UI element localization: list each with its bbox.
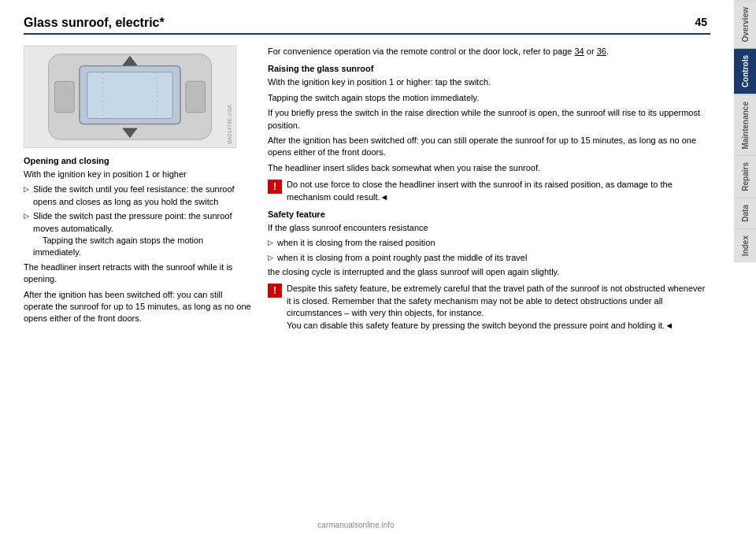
opening-closing-heading: Opening and closing [24, 156, 252, 165]
raising-heading: Raising the glass sunroof [268, 64, 710, 73]
convenience-para: For convenience operation via the remote… [268, 46, 710, 57]
warning-text-2: Despite this safety feature, be extremel… [287, 283, 710, 332]
warning-text-1: Do not use force to close the headliner … [287, 179, 710, 203]
safety-para2: the closing cycle is interrupted and the… [268, 266, 710, 278]
page-header: Glass sunroof, electric* 45 [24, 16, 710, 35]
tab-controls[interactable]: Controls [734, 48, 756, 94]
svg-rect-3 [87, 72, 172, 118]
footer-text: carmanualsonline.info [317, 521, 394, 529]
page-number: 45 [695, 16, 710, 28]
raising-para3: If you briefly press the switch in the r… [268, 107, 710, 132]
image-watermark: BA01474E.USA [227, 105, 232, 144]
bullet-2-sub: Tapping the switch again stops the motio… [33, 235, 203, 257]
right-column: For convenience operation via the remote… [268, 46, 710, 336]
sunroof-image: BA01474E.USA [24, 46, 236, 148]
raising-para5: The headliner insert slides back somewha… [268, 162, 710, 174]
safety-bullet1: when it is closing from the raised posit… [268, 237, 710, 249]
page-title: Glass sunroof, electric* [24, 16, 165, 30]
tab-repairs[interactable]: Repairs [734, 155, 756, 198]
left-para2: After the ignition has been switched off… [24, 289, 252, 325]
left-para1: The headliner insert retracts with the s… [24, 261, 252, 286]
warning-box-2: ! Despite this safety feature, be extrem… [268, 283, 710, 332]
raising-para4: After the ignition has been switched off… [268, 135, 710, 159]
tab-index[interactable]: Index [734, 228, 756, 262]
tab-data[interactable]: Data [734, 198, 756, 228]
warning-icon-1: ! [268, 180, 282, 194]
safety-bullet2: when it is closing from a point roughly … [268, 252, 710, 264]
bullet-2: Slide the switch past the pressure point… [24, 210, 252, 259]
footer: carmanualsonline.info [0, 521, 712, 529]
content-columns: BA01474E.USA Opening and closing With th… [24, 46, 710, 336]
safety-heading: Safety feature [268, 210, 710, 219]
raising-para1: With the ignition key in position 1 or h… [268, 76, 710, 88]
intro-text: With the ignition key in position 1 or h… [24, 169, 252, 180]
svg-rect-6 [54, 81, 74, 112]
page-link-36[interactable]: 36 [597, 46, 606, 56]
page-link-34[interactable]: 34 [575, 46, 584, 56]
warning-icon-2: ! [268, 284, 282, 298]
safety-para1: If the glass sunroof encounters resistan… [268, 222, 710, 234]
bullet-1: Slide the switch until you feel resistan… [24, 184, 252, 208]
svg-rect-7 [186, 81, 206, 112]
raising-para2: Tapping the switch again stops the motio… [268, 92, 710, 104]
warning-box-1: ! Do not use force to close the headline… [268, 179, 710, 203]
tab-maintenance[interactable]: Maintenance [734, 95, 756, 156]
left-column: BA01474E.USA Opening and closing With th… [24, 46, 252, 336]
tab-overview[interactable]: Overview [734, 0, 756, 48]
tab-bar: Overview Controls Maintenance Repairs Da… [734, 0, 756, 534]
main-content: Glass sunroof, electric* 45 [0, 0, 734, 534]
